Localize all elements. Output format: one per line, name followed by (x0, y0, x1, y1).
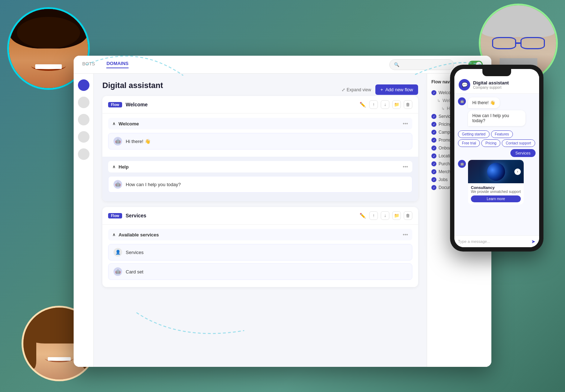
flow-area: Digital assistant ⤢ Expand view + Add ne… (94, 74, 427, 367)
card-content: Consultancy We provide unmatched support… (468, 183, 524, 204)
edit-icon-services[interactable]: ✏️ (360, 213, 366, 218)
edit-icon-welcome[interactable]: ✏️ (360, 102, 366, 107)
expand-view-label: Expand view (347, 87, 371, 92)
flow-actions-welcome: ↑ ↓ 📁 🗑 (369, 100, 412, 109)
flow-card-welcome: Flow Welcome ✏️ ↑ ↓ 📁 🗑 ∧ Welcome ••• (102, 96, 418, 201)
search-bar[interactable]: 🔍 (389, 59, 454, 70)
chat-row-greeting: 🤖 Hi there! 👋 How can I help you today? (458, 97, 536, 128)
quick-reply-features[interactable]: Features (491, 130, 513, 138)
message-item-cardset: 🤖 Card set (108, 263, 412, 280)
quick-reply-pricing[interactable]: Pricing (481, 139, 500, 147)
nav-dot-locations (431, 153, 436, 158)
phone-title-block: Digital assistant Company support (473, 80, 509, 89)
nav-dot-welcome (431, 90, 436, 95)
expand-view-button[interactable]: ⤢ Expand view (342, 87, 371, 92)
nav-dot-promotions (431, 138, 436, 143)
expand-icon: ⤢ (342, 87, 345, 92)
chat-bubble-hi: Hi there! 👋 (468, 97, 500, 108)
flow-card-welcome-header: Flow Welcome ✏️ ↑ ↓ 📁 🗑 (102, 96, 418, 114)
folder-button[interactable]: 📁 (392, 100, 401, 109)
learn-more-button[interactable]: Learn more (471, 195, 521, 202)
section-header-services: ∧ Available services ••• (108, 229, 412, 240)
flow-card-services-header: Flow Services ✏️ ↑ ↓ 📁 🗑 (102, 207, 418, 225)
phone-notch (482, 69, 511, 76)
section-header-welcome: ∧ Welcome ••• (108, 118, 412, 129)
move-down-button[interactable]: ↓ (381, 100, 389, 109)
move-down-services-button[interactable]: ↓ (381, 211, 389, 220)
sidebar-item-4[interactable] (78, 131, 89, 143)
nav-dot-campaigns (431, 130, 436, 135)
nav-bar: BOTS DOMAINS 🔍 (74, 56, 491, 74)
bot-icon-cardset: 🤖 (114, 267, 122, 276)
section-title-welcome: Welcome (119, 121, 400, 126)
collapse-icon-services[interactable]: ∧ (112, 232, 116, 237)
phone-header: 💬 Digital assistant Company support (454, 76, 539, 94)
section-menu-help[interactable]: ••• (403, 164, 408, 170)
bot-avatar-sm-2: 🤖 (458, 160, 466, 168)
card-image: › (468, 160, 524, 183)
move-up-button[interactable]: ↑ (369, 100, 378, 109)
add-new-flow-button[interactable]: + Add new flow (375, 84, 418, 95)
move-up-services-button[interactable]: ↑ (369, 211, 378, 220)
delete-button[interactable]: 🗑 (404, 100, 412, 109)
bot-icon-help: 🤖 (114, 180, 122, 189)
message-item-services: 👤 Services (108, 244, 412, 260)
section-title-help: Help (119, 164, 400, 170)
phone-screen: 💬 Digital assistant Company support 🤖 Hi… (454, 69, 539, 247)
phone-bot-avatar: 💬 (459, 79, 470, 91)
user-message-row: Services (458, 149, 536, 157)
message-text-services: Services (126, 250, 144, 255)
nav-dot-documents (431, 185, 436, 190)
flow-actions-services: ↑ ↓ 📁 🗑 (369, 211, 412, 220)
user-sent-services: Services (510, 149, 536, 157)
section-menu-welcome[interactable]: ••• (403, 121, 408, 126)
card-next-arrow[interactable]: › (514, 169, 521, 175)
message-text-help: How can I help you today? (126, 182, 181, 187)
section-menu-services[interactable]: ••• (403, 232, 408, 237)
quick-reply-free-trial[interactable]: Free trial (458, 139, 480, 147)
bot-avatar-sm-1: 🤖 (458, 97, 466, 105)
main-content: Digital assistant ⤢ Expand view + Add ne… (74, 74, 491, 367)
bot-chat-icon: 💬 (462, 82, 468, 88)
phone-input-bar: Type a message... ➤ (454, 235, 539, 247)
laptop-screen: BOTS DOMAINS 🔍 Digital assistant ⤢ E (74, 56, 491, 367)
message-text-greeting: Hi there! 👋 (126, 139, 150, 144)
card-description: We provide unmatched support (471, 190, 521, 194)
nav-dot-purchases (431, 161, 436, 166)
delete-services-button[interactable]: 🗑 (404, 211, 412, 220)
flow-title-services: Services (126, 213, 356, 218)
quick-reply-getting-started[interactable]: Getting started (458, 130, 490, 138)
search-icon: 🔍 (394, 62, 399, 67)
folder-services-button[interactable]: 📁 (392, 211, 401, 220)
nav-dot-onboarding (431, 146, 436, 151)
nav-dot-services (431, 114, 436, 119)
phone-mockup: 💬 Digital assistant Company support 🤖 Hi… (450, 65, 543, 252)
consultancy-card: › Consultancy We provide unmatched suppo… (468, 160, 524, 204)
user-icon-services: 👤 (114, 248, 122, 257)
title-row: Digital assistant ⤢ Expand view + Add ne… (102, 81, 418, 96)
quick-reply-contact-support[interactable]: Contact support (502, 139, 535, 147)
nav-dot-jobs (431, 177, 436, 182)
sidebar-item-1[interactable] (78, 79, 89, 91)
nav-tab-bots[interactable]: BOTS (82, 61, 95, 68)
collapse-icon[interactable]: ∧ (112, 121, 116, 126)
phone-messages: 🤖 Hi there! 👋 How can I help you today? … (454, 94, 539, 235)
welcome-section: ∧ Welcome ••• 🤖 Hi there! 👋 (102, 114, 418, 157)
sidebar-item-5[interactable] (78, 148, 89, 160)
phone-message-input[interactable]: Type a message... (458, 239, 528, 244)
message-item-greeting: 🤖 Hi there! 👋 (108, 133, 412, 149)
sidebar-item-2[interactable] (78, 97, 89, 108)
collapse-icon-help[interactable]: ∧ (112, 164, 116, 169)
send-icon[interactable]: ➤ (531, 239, 536, 244)
services-section: ∧ Available services ••• 👤 Services 🤖 Ca… (102, 225, 418, 287)
nav-dot-pricing (431, 122, 436, 127)
message-item-help: 🤖 How can I help you today? (108, 176, 412, 193)
card-title: Consultancy (471, 185, 521, 190)
chat-bubbles-greeting: Hi there! 👋 How can I help you today? (468, 97, 536, 128)
sidebar-item-3[interactable] (78, 114, 89, 125)
section-title-available-services: Available services (119, 232, 400, 237)
nav-dot-merchandising (431, 169, 436, 174)
header-controls: ⤢ Expand view + Add new flow (342, 84, 418, 95)
flow-badge-welcome: Flow (108, 102, 122, 107)
nav-tab-domains[interactable]: DOMAINS (106, 61, 128, 68)
